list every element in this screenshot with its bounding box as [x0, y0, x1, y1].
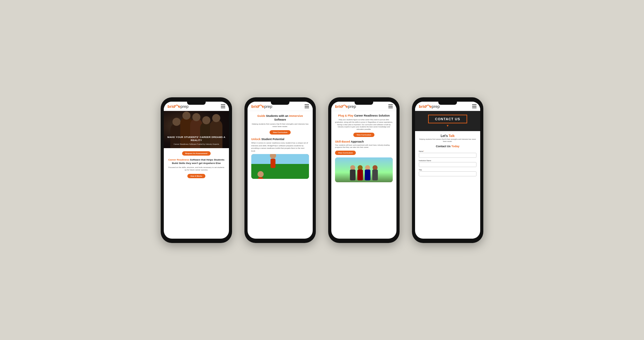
classroom-people — [335, 157, 393, 182]
s2-subtitle: Helping students find careers that fit t… — [251, 123, 309, 128]
name-input[interactable] — [419, 153, 476, 158]
how-it-works-button[interactable]: How It Works — [187, 174, 205, 178]
request-btn-row: Request An Assessment! — [168, 151, 225, 156]
s2-section2-text: When it comes to career readiness every … — [251, 142, 309, 152]
how-it-works-btn-row: How It Works — [168, 174, 225, 178]
phone-3-content: Plug & Play Career Readiness Solution He… — [331, 111, 396, 239]
logo-arc-3-icon — [342, 105, 346, 107]
institution-input[interactable] — [419, 162, 476, 167]
hero-title: MAKE YOUR STUDENTS' CAREER DREAMS A REAL… — [166, 136, 226, 142]
phone-3-logo: brideprep — [335, 104, 356, 109]
phone-2-content: Guide Students with an Immersive Softwar… — [248, 111, 313, 239]
s4-lets-talk-section: Let's Talk Helping students find careers… — [419, 134, 476, 143]
s2-heading-orange2: Immersive — [289, 114, 303, 117]
s3-skill-title-rest: Approach — [350, 140, 364, 143]
students-bg — [251, 154, 309, 179]
s3-heading-orange: Plug & Play — [338, 114, 354, 117]
phone-4-notch — [438, 102, 457, 105]
s3-skill-title: Skill-Based Approach — [335, 140, 393, 143]
s2-view-curriculum-btn-row: View Curriculum — [251, 130, 309, 135]
phone-4-content: Let's Talk Helping students find careers… — [415, 131, 480, 239]
name-required-marker: * — [423, 150, 424, 152]
s2-heading-rest: Students with an — [265, 114, 289, 117]
phone-4: brideprep CONTACT US ▼ Let's Talk Helpin… — [412, 97, 483, 243]
s3-desc: Help your students figure out what caree… — [335, 119, 393, 130]
hero-subtitle: Career Readiness Software Fueled by Indu… — [166, 143, 226, 145]
phone-1-hero: MAKE YOUR STUDENTS' CAREER DREAMS A REAL… — [164, 111, 229, 148]
s3-skill-title-orange: Skill-Based — [335, 140, 350, 143]
s3-heading-rest: Career Readiness Solution — [353, 114, 390, 117]
title-input[interactable] — [419, 171, 476, 176]
institution-field-group: Institution Name — [419, 160, 476, 167]
s3-plug-heading: Plug & Play Career Readiness Solution — [335, 114, 393, 118]
s4-lets-talk-title: Let's Talk — [419, 134, 476, 138]
phone-1-logo: brideprep — [168, 104, 189, 109]
s2-section2-title-rest: Student — [261, 138, 273, 141]
s1-body-desc: Focused on the skills, structure, and to… — [168, 166, 225, 171]
institution-label: Institution Name — [419, 160, 476, 161]
phone-3-screen: brideprep Plug & Play Career Readiness S… — [331, 102, 396, 239]
phone-1: brideprep MAKE YOUR STUDENTS' C — [161, 97, 232, 243]
s2-main-heading: Guide Students with an Immersive Softwar… — [251, 114, 309, 122]
form-title-plain: Contact Us — [436, 145, 451, 148]
s2-view-curriculum-button[interactable]: View Curriculum — [270, 130, 290, 135]
phone-2: brideprep Guide Students with an Immersi… — [244, 97, 316, 243]
s4-form-title: Contact Us Today — [419, 145, 476, 148]
phone-3-menu-icon[interactable] — [388, 104, 393, 108]
phone-3: brideprep Plug & Play Career Readiness S… — [328, 97, 400, 243]
s2-section2: Unlock Student Potential When it comes t… — [251, 138, 309, 179]
page-wrapper: brideprep MAKE YOUR STUDENTS' C — [0, 0, 644, 340]
lets-talk-plain: Let's — [441, 134, 449, 138]
request-assessment-button[interactable]: Request An Assessment! — [182, 151, 211, 156]
lets-talk-orange: Talk — [449, 134, 454, 138]
phone-1-content: Request An Assessment! Career Readiness … — [164, 148, 229, 239]
s3-view-curriculum-1-button[interactable]: View Curriculum — [353, 133, 374, 137]
hero-text: MAKE YOUR STUDENTS' CAREER DREAMS A REAL… — [164, 136, 229, 145]
class-person-4 — [371, 165, 379, 182]
s3-view-curriculum-1-row: View Curriculum — [335, 133, 393, 137]
form-title-orange: Today — [451, 145, 459, 148]
title-field-group: Title — [419, 169, 476, 176]
s3-view-curriculum-2-button[interactable]: View Curriculum — [335, 151, 356, 155]
s2-heading-orange: Guide — [257, 114, 265, 117]
s4-lets-talk-desc: Helping students find careers that fit t… — [419, 138, 476, 143]
s1-title-orange: Career Readiness — [168, 158, 190, 161]
s2-section2-title-bold: Potential — [273, 138, 284, 141]
phone-2-screen: brideprep Guide Students with an Immersi… — [248, 102, 313, 239]
phone-1-notch — [187, 102, 206, 105]
s2-section2-title-orange: Unlock — [251, 138, 261, 141]
phone-2-notch — [271, 102, 289, 105]
s2-heading-rest2: Software — [274, 118, 286, 121]
s3-view-curriculum-2-row: View Curriculum — [335, 151, 393, 155]
phone-2-menu-icon[interactable] — [305, 104, 309, 108]
title-label: Title — [419, 169, 476, 171]
logo-arc-4-icon — [426, 105, 430, 107]
name-label: Name* — [419, 150, 476, 152]
name-field-group: Name* — [419, 150, 476, 158]
phone-1-menu-icon[interactable] — [221, 104, 225, 108]
contact-us-banner-text: CONTACT US — [428, 115, 467, 123]
s3-classroom-image — [335, 157, 393, 182]
phone-4-menu-icon[interactable] — [472, 104, 476, 108]
s3-skill-text: Your students will learn and experiment … — [335, 144, 393, 149]
contact-arrow-icon: ▼ — [419, 124, 476, 127]
phone-4-screen: brideprep CONTACT US ▼ Let's Talk Helpin… — [415, 102, 480, 239]
contact-us-header: CONTACT US ▼ — [415, 111, 480, 131]
s1-body-title: Career Readiness Software that Helps Stu… — [168, 158, 225, 165]
phone-4-logo: brideprep — [419, 104, 440, 109]
s2-section2-title: Unlock Student Potential — [251, 138, 309, 141]
logo-arc-2-icon — [259, 105, 262, 107]
logo-arc-icon — [175, 105, 179, 107]
phone-3-notch — [355, 102, 373, 105]
name-label-text: Name — [419, 150, 423, 152]
phone-1-screen: brideprep MAKE YOUR STUDENTS' C — [164, 102, 229, 239]
s2-students-image — [251, 154, 309, 179]
phone-2-logo: brideprep — [251, 104, 272, 109]
